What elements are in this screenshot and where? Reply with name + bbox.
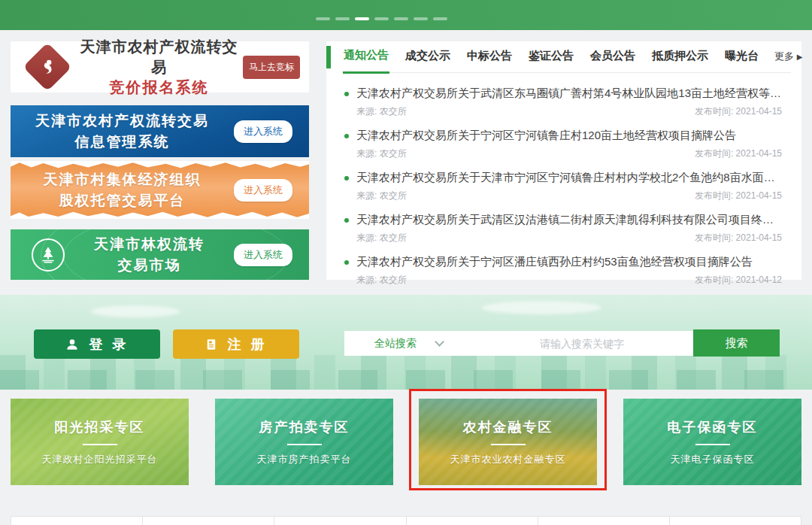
news-date: 发布时间: 2021-04-15 xyxy=(695,147,782,160)
bidding-system-panel: 天津市农村产权流转交易 竞价报名系统 马上去竞标 xyxy=(11,41,309,93)
banner-line2: 交易市场 xyxy=(65,255,234,276)
banner-line1: 天津市林权流转 xyxy=(65,234,234,255)
texture-overlay xyxy=(11,399,189,485)
carousel-dot-active[interactable] xyxy=(355,17,369,20)
news-date: 发布时间: 2021-04-15 xyxy=(695,105,782,118)
zone-title: 电子保函专区 xyxy=(668,418,758,436)
bullet-icon xyxy=(344,218,349,223)
chevron-down-icon xyxy=(435,337,444,347)
divider xyxy=(83,444,117,445)
zone-card-rural-finance[interactable]: 农村金融专区 天津市农业农村金融专区 xyxy=(419,399,597,485)
tab-winning-bid[interactable]: 中标公告 xyxy=(466,49,513,72)
zone-title: 阳光招采专区 xyxy=(55,418,145,436)
banner-title: 天津市农村产权流转交易 信息管理系统 xyxy=(11,111,234,152)
skyline-decor xyxy=(0,355,812,390)
tab-certification[interactable]: 鉴证公告 xyxy=(528,49,574,72)
equity-custody-banner[interactable]: 天津市村集体经济组织 股权托管交易平台 进入系统 xyxy=(11,161,309,219)
bottom-cell xyxy=(538,516,670,525)
site-logo-icon xyxy=(23,42,71,91)
texture-overlay xyxy=(419,399,597,485)
register-button[interactable]: 注 册 xyxy=(173,329,299,359)
news-source: 来源: 农交所 xyxy=(356,274,407,287)
info-management-system-banner[interactable]: 天津市农村产权流转交易 信息管理系统 进入系统 xyxy=(11,105,309,157)
news-list: 天津农村产权交易所关于武清区东马圈镇广善村第4号林业队园地13亩土地经营权等4个… xyxy=(344,80,782,291)
zone-card-e-guarantee[interactable]: 电子保函专区 天津电子保函专区 xyxy=(623,399,801,485)
go-bid-button[interactable]: 马上去竞标 xyxy=(243,56,300,79)
bullet-icon xyxy=(344,92,349,96)
enter-system-button[interactable]: 进入系统 xyxy=(234,120,292,143)
banner-line2: 信息管理系统 xyxy=(11,132,234,153)
news-date: 发布时间: 2021-04-15 xyxy=(695,190,782,202)
news-date: 发布时间: 2021-04-15 xyxy=(695,232,782,244)
news-item[interactable]: 天津农村产权交易所关于武清区汉沽港镇二街村原天津凯得利科技有限公司项目终结公告 … xyxy=(344,207,782,249)
zone-card-sunshine-procurement[interactable]: 阳光招采专区 天津政村企阳光招采平台 xyxy=(11,399,189,485)
cloud-decor xyxy=(90,305,180,317)
bullet-icon xyxy=(344,134,349,138)
tab-exposure[interactable]: 曝光台 xyxy=(724,49,759,72)
more-label: 更多 xyxy=(774,50,794,62)
tab-notice[interactable]: 通知公告 xyxy=(343,48,389,74)
bidding-system-subtitle: 竞价报名系统 xyxy=(75,77,243,98)
news-item[interactable]: 天津农村产权交易所关于宁河区潘庄镇西孙庄村约53亩鱼池经营权项目摘牌公告 来源:… xyxy=(344,249,782,291)
bidding-system-title-block: 天津市农村产权流转交易 竞价报名系统 xyxy=(75,37,243,98)
tab-deal-publicity[interactable]: 成交公示 xyxy=(404,49,451,72)
carousel-dot[interactable] xyxy=(316,17,330,20)
banner-title: 天津市林权流转 交易市场 xyxy=(65,234,234,275)
news-title[interactable]: 天津农村产权交易所关于武清区东马圈镇广善村第4号林业队园地13亩土地经营权等4个… xyxy=(356,86,782,101)
news-item[interactable]: 天津农村产权交易所关于天津市宁河区宁河镇鲁庄村村内学校北2个鱼池约8亩水面经营.… xyxy=(344,165,782,207)
tab-accent-bar xyxy=(326,46,331,68)
carousel-dot[interactable] xyxy=(433,17,447,20)
bottom-cell xyxy=(11,516,143,525)
texture-overlay xyxy=(215,399,393,485)
banner-line1: 天津市农村产权流转交易 xyxy=(11,111,234,132)
more-link[interactable]: 更多 ▶ xyxy=(774,50,802,72)
news-title[interactable]: 天津农村产权交易所关于天津市宁河区宁河镇鲁庄村村内学校北2个鱼池约8亩水面经营.… xyxy=(356,171,782,185)
search-button[interactable]: 搜索 xyxy=(693,329,780,357)
news-source: 来源: 农交所 xyxy=(356,232,407,244)
news-source: 来源: 农交所 xyxy=(356,190,407,202)
news-item[interactable]: 天津农村产权交易所关于武清区东马圈镇广善村第4号林业队园地13亩土地经营权等4个… xyxy=(344,80,782,123)
news-title[interactable]: 天津农村产权交易所关于宁河区潘庄镇西孙庄村约53亩鱼池经营权项目摘牌公告 xyxy=(356,255,753,269)
enter-system-button[interactable]: 进入系统 xyxy=(234,244,292,266)
cloud-decor xyxy=(481,301,601,314)
carousel-dot[interactable] xyxy=(394,17,408,20)
carousel-dot[interactable] xyxy=(374,17,389,20)
news-title[interactable]: 天津农村产权交易所关于武清区汉沽港镇二街村原天津凯得利科技有限公司项目终结公告 xyxy=(356,213,782,227)
bottom-cell xyxy=(274,516,406,525)
tab-pledge[interactable]: 抵质押公示 xyxy=(651,49,709,72)
forest-rights-banner[interactable]: 天津市林权流转 交易市场 进入系统 xyxy=(11,229,309,280)
zone-subtitle: 天津市农业农村金融专区 xyxy=(450,453,566,466)
news-item[interactable]: 天津农村产权交易所关于宁河区宁河镇鲁庄村120亩土地经营权项目摘牌公告 来源: … xyxy=(344,123,782,165)
news-title[interactable]: 天津农村产权交易所关于宁河区宁河镇鲁庄村120亩土地经营权项目摘牌公告 xyxy=(356,129,736,143)
skyline-decor xyxy=(0,370,812,390)
zone-subtitle: 天津市房产拍卖平台 xyxy=(257,453,352,466)
carousel-dot[interactable] xyxy=(414,17,428,20)
search-input[interactable] xyxy=(471,331,693,356)
login-button[interactable]: 登 录 xyxy=(34,329,160,359)
zone-subtitle: 天津电子保函专区 xyxy=(671,453,755,466)
zone-subtitle: 天津政村企阳光招采平台 xyxy=(42,453,158,466)
zone-card-real-estate-auction[interactable]: 房产拍卖专区 天津市房产拍卖平台 xyxy=(215,399,393,485)
zone-title: 农村金融专区 xyxy=(463,418,553,436)
news-date: 发布时间: 2021-04-12 xyxy=(695,274,782,287)
search-scope-label: 全站搜索 xyxy=(374,337,417,351)
carousel-dot[interactable] xyxy=(335,17,350,20)
tab-member[interactable]: 会员公告 xyxy=(589,49,636,72)
enter-system-button[interactable]: 进入系统 xyxy=(234,179,292,202)
news-source: 来源: 农交所 xyxy=(356,147,407,160)
bottom-cell xyxy=(407,516,538,525)
carousel-indicators xyxy=(316,17,447,20)
banner-line1: 天津市村集体经济组织 xyxy=(11,169,234,190)
announcement-tabs: 通知公告 成交公示 中标公告 鉴证公告 会员公告 抵质押公示 曝光台 更多 ▶ xyxy=(343,41,791,73)
top-carousel-bar xyxy=(0,0,812,30)
hero-search-band: 登 录 注 册 全站搜索 搜索 xyxy=(0,295,812,390)
id-card-icon xyxy=(205,338,218,351)
announcements-panel: 通知公告 成交公示 中标公告 鉴证公告 会员公告 抵质押公示 曝光台 更多 ▶ … xyxy=(326,41,801,280)
texture-overlay xyxy=(623,399,801,485)
torn-paper-background: 天津市村集体经济组织 股权托管交易平台 进入系统 xyxy=(11,161,309,219)
search-scope-select[interactable]: 全站搜索 xyxy=(344,337,471,351)
login-label: 登 录 xyxy=(89,335,129,354)
banner-title: 天津市村集体经济组织 股权托管交易平台 xyxy=(11,169,234,211)
bullet-icon xyxy=(344,260,349,265)
register-label: 注 册 xyxy=(227,335,267,354)
